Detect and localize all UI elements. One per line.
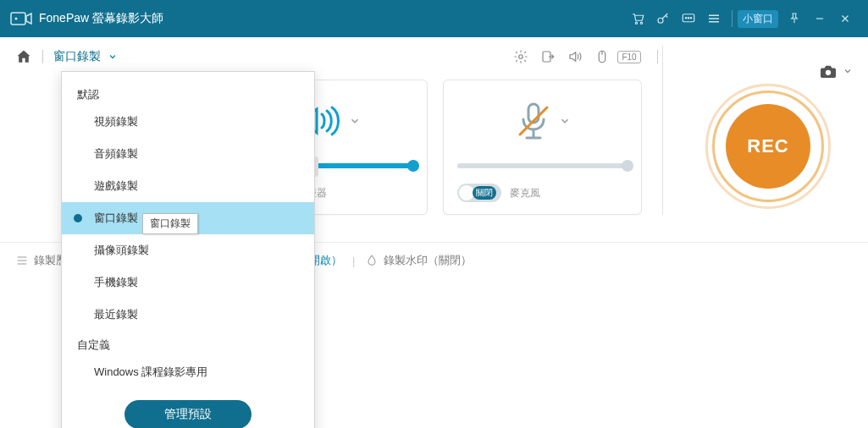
svg-point-4 xyxy=(658,18,663,23)
group-default-label: 默認 xyxy=(62,80,314,106)
menu-item-video[interactable]: 視頻錄製 xyxy=(62,106,314,138)
menu-item-phone[interactable]: 手機錄製 xyxy=(62,266,314,299)
minimize-button[interactable] xyxy=(807,6,832,31)
svg-point-2 xyxy=(635,22,637,24)
menu-item-custom-0[interactable]: Windows 課程錄影專用 xyxy=(62,356,314,388)
mic-toggle[interactable]: 關閉 xyxy=(457,184,501,202)
menu-item-audio[interactable]: 音頻錄製 xyxy=(62,138,314,170)
group-custom-label: 自定義 xyxy=(62,331,314,356)
close-button[interactable] xyxy=(832,6,858,31)
svg-point-8 xyxy=(690,18,692,19)
mic-volume-slider[interactable] xyxy=(457,163,628,168)
speaker-icon[interactable] xyxy=(564,46,586,68)
mode-label: 窗口錄製 xyxy=(53,49,101,64)
chevron-down-icon[interactable] xyxy=(349,115,361,127)
svg-rect-0 xyxy=(11,13,25,25)
separator xyxy=(42,50,43,63)
mode-dropdown: 默認 視頻錄製 音頻錄製 遊戲錄製 窗口錄製 攝像頭錄製 手機錄製 最近錄製 自… xyxy=(61,71,315,428)
svg-point-1 xyxy=(15,18,18,20)
chevron-down-icon[interactable] xyxy=(843,66,853,76)
microphone-disabled-icon xyxy=(515,101,552,141)
svg-point-14 xyxy=(826,70,831,75)
title-bar: FonePaw 螢幕錄影大師 小窗口 xyxy=(0,0,868,37)
svg-point-9 xyxy=(519,55,523,59)
svg-point-6 xyxy=(685,18,687,19)
menu-icon[interactable] xyxy=(701,6,727,31)
toolbar: 窗口錄製 F10 xyxy=(0,37,868,71)
app-logo: FonePaw 螢幕錄影大師 xyxy=(10,11,163,26)
menu-item-recent[interactable]: 最近錄製 xyxy=(62,299,314,331)
vertical-divider xyxy=(662,46,663,215)
record-button[interactable]: REC xyxy=(717,96,819,197)
chevron-down-icon xyxy=(108,52,118,62)
settings-icon[interactable] xyxy=(510,46,532,68)
manage-presets-button[interactable]: 管理預設 xyxy=(124,400,252,428)
app-title: FonePaw 螢幕錄影大師 xyxy=(39,11,163,26)
camera-icon xyxy=(10,11,32,26)
screenshot-icon[interactable] xyxy=(819,63,838,79)
tooltip: 窗口錄製 xyxy=(142,213,198,234)
mic-caption: 麥克風 xyxy=(510,186,540,200)
pin-icon[interactable] xyxy=(782,6,807,31)
home-icon[interactable] xyxy=(15,48,32,65)
svg-point-3 xyxy=(640,22,642,24)
separator xyxy=(657,50,658,63)
menu-item-game[interactable]: 遊戲錄製 xyxy=(62,170,314,202)
cart-icon[interactable] xyxy=(625,6,650,31)
feedback-icon[interactable] xyxy=(676,6,701,31)
hotkey-badge[interactable]: F10 xyxy=(618,46,640,68)
mode-selector[interactable]: 窗口錄製 xyxy=(53,49,118,64)
menu-item-webcam[interactable]: 攝像頭錄製 xyxy=(62,234,314,266)
mic-card: 關閉 麥克風 xyxy=(443,80,642,215)
svg-point-7 xyxy=(688,18,689,19)
export-icon[interactable] xyxy=(537,46,559,68)
key-icon[interactable] xyxy=(650,6,676,31)
chevron-down-icon[interactable] xyxy=(559,115,571,127)
record-column: REC xyxy=(683,80,853,215)
mini-window-button[interactable]: 小窗口 xyxy=(738,10,778,28)
watermark-button[interactable]: 錄製水印（關閉） xyxy=(365,253,472,268)
mouse-icon[interactable] xyxy=(591,46,613,68)
